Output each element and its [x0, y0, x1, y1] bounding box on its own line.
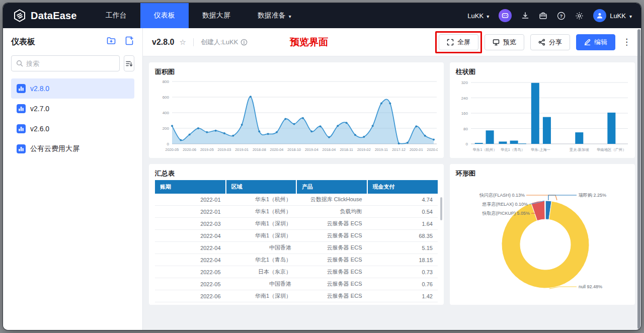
info-icon[interactable] [240, 39, 248, 46]
edit-button[interactable]: 编辑 [576, 34, 615, 50]
sidebar-title: 仪表板 [11, 37, 35, 47]
svg-text:800: 800 [163, 79, 170, 84]
svg-text:2020-02: 2020-02 [427, 147, 438, 152]
dashboard-canvas: 面积图 02004006008002020-052020-062019-0520… [143, 56, 641, 330]
table-cell: 2022-07 [155, 302, 226, 305]
table-cell: 华北1（青岛） [226, 254, 297, 266]
svg-text:2020-06: 2020-06 [183, 147, 196, 152]
user-menu[interactable]: LuKK ▾ [593, 9, 632, 22]
search-input[interactable] [26, 60, 115, 67]
svg-text:2017-12: 2017-12 [392, 147, 406, 152]
bar-chart-title: 柱状图 [456, 67, 629, 76]
sidebar-item-2[interactable]: v2.7.0 [11, 99, 134, 119]
fullscreen-icon [447, 39, 454, 46]
fullscreen-button[interactable]: 全屏 [439, 34, 478, 50]
svg-text:快取店(PICKUP) 5.05%: 快取店(PICKUP) 5.05% [481, 211, 530, 216]
table-row[interactable]: 2022-05中国香港云服务器 ECS0.76 [155, 278, 438, 290]
svg-text:2019-03: 2019-03 [218, 147, 231, 152]
settings-gear-icon[interactable] [575, 12, 584, 20]
preview-label: 预览 [503, 38, 516, 47]
annotation-text: 预览界面 [290, 36, 328, 49]
area-chart[interactable]: 02004006008002020-052020-062019-052019-0… [155, 78, 438, 156]
preview-button[interactable]: 预览 [485, 34, 524, 50]
user-name: LuKK [610, 12, 626, 20]
more-options-icon[interactable]: ⋮ [621, 37, 632, 47]
table-cell: 2022-06 [155, 290, 226, 302]
table-cell: 0.34 [367, 302, 438, 305]
summary-table-panel: 汇总表 账期区域产品现金支付 2022-01华东1（杭州）云数据库 ClickH… [149, 164, 444, 305]
bar-chart-panel: 柱状图 080160240320华东1（杭州）华北1（青岛）华东-上海一亚太-新… [450, 62, 635, 158]
donut-chart[interactable]: 快闪店(FLASH) 0.13%悠享店(RELAX) 0.10%快取店(PICK… [456, 180, 629, 303]
sort-button[interactable] [124, 55, 134, 71]
table-cell: 0.73 [367, 266, 438, 278]
sidebar-item-4[interactable]: 公有云费用大屏 [11, 139, 134, 159]
new-folder-icon[interactable] [106, 36, 116, 48]
table-cell: 18.15 [367, 254, 438, 266]
edit-label: 编辑 [594, 38, 607, 47]
help-icon[interactable]: ? [557, 12, 566, 20]
table-cell: 中国香港 [226, 278, 297, 290]
assistant-icon[interactable] [499, 9, 512, 22]
top-navbar: DataEase 工作台仪表板数据大屏数据准备▾ LuKK ▾ [3, 3, 641, 28]
main-scrollbar[interactable] [637, 28, 641, 330]
sidebar-item-1[interactable]: v2.8.0 [11, 78, 134, 99]
favorite-star-icon[interactable]: ☆ [179, 38, 186, 47]
bar-chart[interactable]: 080160240320华东1（杭州）华北1（青岛）华东-上海一亚太-新加坡华南… [456, 78, 629, 156]
avatar [593, 9, 606, 22]
org-dropdown[interactable]: LuKK ▾ [467, 12, 489, 20]
table-cell: 2022-05 [155, 266, 226, 278]
nav-item-4[interactable]: 数据准备▾ [244, 3, 305, 28]
toolbox-icon[interactable] [539, 12, 547, 20]
main-area: v2.8.0 ☆ 创建人:LuKK 预览界面 [143, 28, 641, 330]
table-cell: 云数据库 ClickHouse [296, 194, 367, 206]
dashboard-list: v2.8.0v2.7.0v2.6.0公有云费用大屏 [11, 78, 134, 159]
svg-text:?: ? [560, 13, 563, 19]
table-row[interactable]: 2022-03华南1（深圳）云服务器 ECS1.64 [155, 218, 438, 230]
sidebar-item-3[interactable]: v2.6.0 [11, 119, 134, 139]
table-cell: 云服务器 ECS [296, 218, 367, 230]
new-dashboard-icon[interactable] [124, 36, 134, 48]
brand-name: DataEase [31, 10, 77, 22]
table-row[interactable]: 2022-05日本（东京）云服务器 ECS0.73 [155, 266, 438, 278]
brand[interactable]: DataEase [3, 3, 92, 28]
share-icon [538, 39, 545, 46]
area-chart-title: 面积图 [155, 67, 438, 76]
summary-table[interactable]: 账期区域产品现金支付 2022-01华东1（杭州）云数据库 ClickHouse… [155, 180, 438, 305]
table-header-cell: 现金支付 [367, 180, 438, 194]
table-cell: 云服务器 ECS [296, 242, 367, 254]
download-icon[interactable] [521, 12, 529, 20]
table-cell: 云服务器 ECS [296, 254, 367, 266]
sidebar: 仪表板 [3, 28, 143, 330]
nav-item-3[interactable]: 数据大屏 [189, 3, 244, 28]
table-row[interactable]: 2022-04华北1（青岛）云服务器 ECS18.15 [155, 254, 438, 266]
table-row[interactable]: 2022-04华南1（深圳）云服务器 ECS68.35 [155, 230, 438, 242]
table-row[interactable]: 2022-04中国香港云服务器 ECS5.15 [155, 242, 438, 254]
table-cell: 1.64 [367, 218, 438, 230]
page-title: v2.8.0 [152, 38, 174, 47]
dashboard-icon [17, 84, 26, 93]
table-scrollbar[interactable] [440, 197, 442, 220]
table-header-cell: 产品 [296, 180, 367, 194]
table-row[interactable]: 2022-01华东1（杭州）负载均衡0.54 [155, 206, 438, 218]
svg-text:华北1（青岛）: 华北1（青岛） [500, 147, 525, 152]
svg-text:200: 200 [163, 126, 170, 131]
table-row[interactable]: 2022-07华南1（深圳）云服务器 ECS0.34 [155, 302, 438, 305]
table-cell: 云服务器 ECS [296, 290, 367, 302]
dashboard-icon [17, 104, 26, 113]
donut-chart-panel: 环形图 快闪店(FLASH) 0.13%悠享店(RELAX) 0.10%快取店(… [450, 164, 635, 305]
svg-text:2019-04: 2019-04 [305, 147, 318, 152]
svg-text:2020-04: 2020-04 [270, 147, 284, 152]
table-header-cell: 区域 [226, 180, 297, 194]
table-cell: 云服务器 ECS [296, 230, 367, 242]
share-button[interactable]: 分享 [530, 34, 570, 50]
table-cell: 2022-03 [155, 218, 226, 230]
summary-table-title: 汇总表 [155, 169, 438, 178]
table-row[interactable]: 2022-01华东1（杭州）云数据库 ClickHouse4.74 [155, 194, 438, 206]
nav-item-1[interactable]: 工作台 [92, 3, 140, 28]
svg-text:2020-01: 2020-01 [410, 147, 423, 152]
svg-text:2018-11: 2018-11 [340, 147, 353, 152]
nav-item-2[interactable]: 仪表板 [140, 3, 189, 28]
table-cell: 中国香港 [226, 242, 297, 254]
table-header-cell: 账期 [155, 180, 226, 194]
table-row[interactable]: 2022-06华南1（深圳）云服务器 ECS1.42 [155, 290, 438, 302]
